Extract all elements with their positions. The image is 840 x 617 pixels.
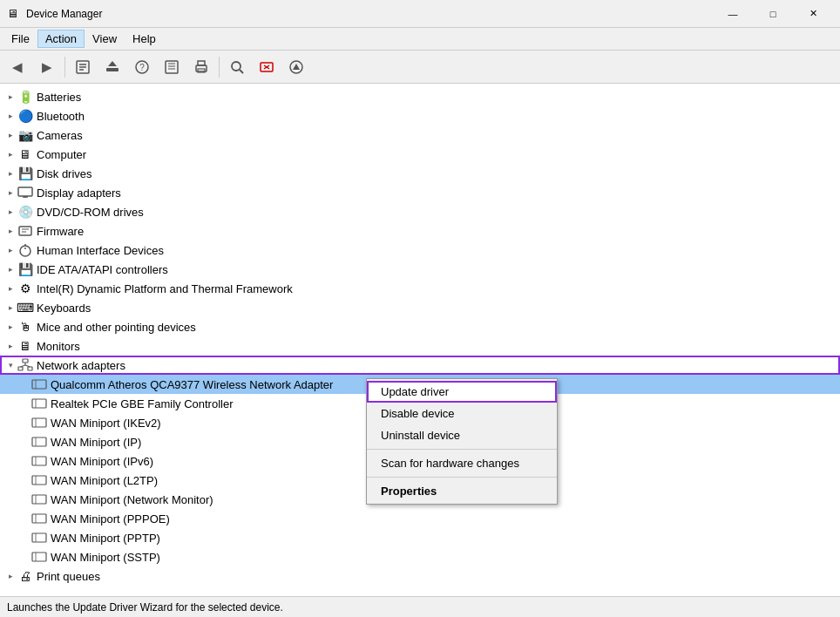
expander-display[interactable] — [3, 186, 17, 200]
expander-monitors[interactable] — [3, 339, 17, 353]
svg-rect-55 — [32, 553, 46, 561]
cameras-label: Cameras — [37, 129, 83, 142]
wan-ikev2-icon — [31, 415, 47, 431]
expander-wan-pptp — [17, 531, 31, 545]
tree-item-monitors[interactable]: 🖥 Monitors — [0, 336, 840, 356]
keyboards-icon: ⌨ — [17, 300, 33, 315]
toolbar-sep-1 — [64, 57, 65, 78]
svg-rect-25 — [19, 227, 31, 235]
menu-help[interactable]: Help — [125, 30, 164, 48]
tree-item-display[interactable]: Display adapters — [0, 183, 840, 202]
tree-item-batteries[interactable]: 🔋 Batteries — [0, 87, 840, 106]
tree-item-dvd[interactable]: 💿 DVD/CD-ROM drives — [0, 202, 840, 221]
tree-item-print[interactable]: 🖨 Print queues — [0, 566, 840, 586]
svg-rect-22 — [18, 187, 32, 196]
expander-wan-sstp — [17, 550, 31, 564]
tree-item-bluetooth[interactable]: 🔵 Bluetooth — [0, 106, 840, 125]
minimize-button[interactable]: — — [713, 0, 753, 28]
svg-text:?: ? — [139, 63, 145, 72]
qualcomm-label: Qualcomm Atheros QCA9377 Wireless Networ… — [51, 378, 333, 391]
mice-label: Mice and other pointing devices — [37, 321, 196, 334]
tree-item-keyboards[interactable]: ⌨ Keyboards — [0, 298, 840, 317]
tree-item-wan-pppoe[interactable]: WAN Miniport (PPPOE) — [0, 509, 840, 528]
hid-icon — [17, 242, 33, 258]
status-text: Launches the Update Driver Wizard for th… — [7, 601, 283, 614]
expander-realtek — [17, 397, 31, 410]
expander-intel[interactable] — [3, 281, 17, 295]
expander-ide[interactable] — [3, 262, 17, 276]
tree-item-network[interactable]: Network adapters — [0, 356, 840, 375]
ctx-scan-label: Scan for hardware changes — [381, 457, 519, 470]
tree-item-disk-drives[interactable]: 💾 Disk drives — [0, 164, 840, 183]
expander-wan-pppoe — [17, 512, 31, 525]
wan-ikev2-label: WAN Miniport (IKEv2) — [51, 417, 161, 430]
close-button[interactable]: ✕ — [793, 0, 833, 28]
expander-wan-l2tp — [17, 473, 31, 487]
wan-netmon-label: WAN Miniport (Network Monitor) — [51, 493, 213, 506]
expander-wan-ikev2 — [17, 416, 31, 430]
bluetooth-label: Bluetooth — [37, 110, 85, 123]
expander-firmware[interactable] — [3, 224, 17, 238]
svg-line-16 — [240, 70, 243, 73]
title-bar: 🖥 Device Manager — □ ✕ — [0, 0, 840, 28]
svg-rect-31 — [23, 359, 28, 363]
toolbar: ◀ ▶ ? — [0, 51, 840, 84]
menu-file[interactable]: File — [3, 30, 37, 48]
expander-network[interactable] — [3, 358, 17, 372]
forward-button[interactable]: ▶ — [33, 54, 61, 80]
wan-pptp-icon — [31, 530, 47, 546]
svg-point-28 — [20, 246, 30, 256]
tree-item-firmware[interactable]: Firmware — [0, 221, 840, 241]
expander-mice[interactable] — [3, 320, 17, 334]
tree-item-wan-pptp[interactable]: WAN Miniport (PPTP) — [0, 528, 840, 547]
qualcomm-icon — [31, 376, 47, 392]
svg-point-15 — [232, 62, 240, 71]
help-button[interactable]: ? — [128, 54, 156, 80]
menu-action[interactable]: Action — [37, 30, 85, 48]
tree-item-cameras[interactable]: 📷 Cameras — [0, 125, 840, 145]
ctx-properties[interactable]: Properties — [367, 480, 557, 502]
ctx-update-driver[interactable]: Update driver — [367, 381, 557, 403]
ctx-sep-1 — [367, 449, 557, 450]
install-button[interactable] — [282, 54, 310, 80]
cameras-icon: 📷 — [17, 127, 33, 143]
expander-cameras[interactable] — [3, 128, 17, 142]
device-tree[interactable]: 🔋 Batteries 🔵 Bluetooth 📷 Cameras 🖥 Comp… — [0, 84, 840, 596]
computer-icon: 🖥 — [17, 146, 33, 162]
app-icon: 🖥 — [7, 7, 21, 21]
expander-batteries[interactable] — [3, 90, 17, 104]
wan-pptp-label: WAN Miniport (PPTP) — [51, 532, 160, 545]
ctx-disable-device[interactable]: Disable device — [367, 403, 557, 424]
maximize-button[interactable]: □ — [753, 0, 793, 28]
expander-disk[interactable] — [3, 166, 17, 180]
monitors-label: Monitors — [37, 340, 80, 353]
print-button[interactable] — [187, 54, 215, 80]
back-button[interactable]: ◀ — [3, 54, 31, 80]
expander-dvd[interactable] — [3, 205, 17, 219]
expander-print[interactable] — [3, 569, 17, 583]
tree-item-mice[interactable]: 🖱 Mice and other pointing devices — [0, 317, 840, 336]
tree-item-intel[interactable]: ⚙ Intel(R) Dynamic Platform and Thermal … — [0, 279, 840, 298]
expander-bluetooth[interactable] — [3, 109, 17, 123]
properties-button[interactable] — [69, 54, 97, 80]
svg-rect-14 — [198, 69, 205, 72]
toolbar-sep-2 — [219, 57, 220, 78]
expander-computer[interactable] — [3, 147, 17, 161]
ctx-scan[interactable]: Scan for hardware changes — [367, 452, 557, 474]
scan-hardware-button[interactable] — [223, 54, 251, 80]
update-driver-button[interactable] — [98, 54, 126, 80]
ctx-uninstall-device[interactable]: Uninstall device — [367, 424, 557, 446]
tree-item-wan-sstp[interactable]: WAN Miniport (SSTP) — [0, 547, 840, 566]
svg-marker-5 — [108, 61, 117, 66]
tree-item-computer[interactable]: 🖥 Computer — [0, 145, 840, 164]
svg-rect-49 — [32, 495, 46, 504]
expander-keyboards[interactable] — [3, 301, 17, 315]
wan-ipv6-label: WAN Miniport (IPv6) — [51, 455, 153, 468]
show-hidden-button[interactable] — [158, 54, 186, 80]
remove-button[interactable] — [253, 54, 281, 80]
tree-item-ide[interactable]: 💾 IDE ATA/ATAPI controllers — [0, 260, 840, 279]
ide-label: IDE ATA/ATAPI controllers — [37, 263, 168, 276]
menu-view[interactable]: View — [85, 30, 125, 48]
expander-hid[interactable] — [3, 243, 17, 257]
tree-item-hid[interactable]: Human Interface Devices — [0, 241, 840, 260]
